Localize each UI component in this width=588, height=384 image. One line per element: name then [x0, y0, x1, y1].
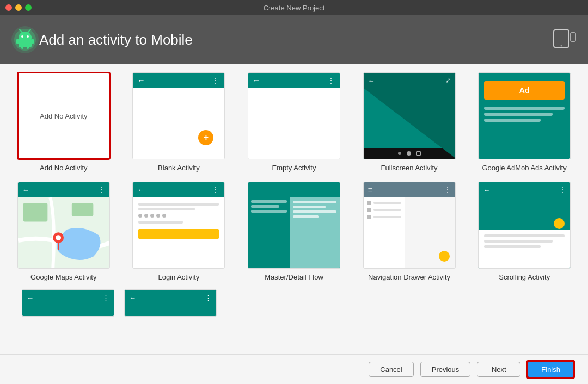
activity-card-master-detail[interactable]: Master/Detail Flow [241, 182, 347, 281]
no-activity-label-inner: Add No Activity [40, 112, 87, 120]
svg-point-4 [21, 35, 23, 38]
next-button[interactable]: Next [477, 362, 520, 377]
maps-card-label: Google Maps Activity [30, 273, 96, 281]
login-pw-underline [138, 221, 182, 224]
blank-fab-icon: + [198, 130, 213, 145]
nav-drawer-bar: ≡ ⋮ [364, 182, 455, 197]
login-teal-bar: ← ⋮ [133, 182, 224, 197]
partial-bar-2: ← ⋮ [125, 290, 216, 305]
partial-arrow-2: ← [129, 294, 136, 302]
blank-dots-icon: ⋮ [212, 76, 220, 85]
detail-line-4 [293, 215, 319, 218]
close-button[interactable] [5, 4, 12, 11]
header-title: Add an activity to Mobile [39, 32, 193, 48]
svg-rect-9 [21, 45, 23, 49]
fullscreen-card-label: Fullscreen Activity [381, 164, 438, 172]
maps-svg [18, 197, 109, 268]
blank-body: + [133, 88, 224, 159]
admob-line-2 [484, 113, 553, 116]
finish-button[interactable]: Finish [527, 361, 574, 378]
nav-drawer-dots-icon: ⋮ [444, 186, 451, 194]
previous-button[interactable]: Previous [420, 362, 471, 377]
fullscreen-thumbnail: ← ⤢ [363, 72, 456, 159]
maps-teal-bar: ← ⋮ [18, 182, 109, 197]
master-detail-thumbnail [248, 182, 340, 269]
scroll-line-3 [484, 245, 541, 248]
admob-lines [479, 102, 570, 129]
pw-dot-4 [156, 214, 160, 218]
header: A Add an activity to Mobile [0, 15, 588, 64]
empty-arrow-icon: ← [253, 76, 260, 85]
android-studio-logo: A [11, 26, 39, 54]
scrolling-lines [479, 230, 570, 268]
login-email-underline [138, 208, 195, 210]
master-item-1 [251, 200, 287, 203]
blank-teal-bar: ← ⋮ [133, 73, 224, 88]
admob-thumbnail: Ad [478, 72, 571, 159]
activity-grid-container: Add No Activity Add No Activity ← ⋮ + Bl… [0, 64, 588, 354]
fullscreen-arrow-icon: ← [368, 77, 375, 85]
login-thumbnail: ← ⋮ [132, 182, 225, 269]
scrolling-content-wrapper [479, 197, 570, 268]
svg-rect-10 [27, 45, 29, 49]
login-password-dots [138, 214, 219, 218]
svg-marker-18 [364, 88, 455, 158]
partial-dots-2: ⋮ [205, 294, 212, 302]
activity-card-empty[interactable]: ← ⋮ Empty Activity [241, 72, 347, 172]
detail-line-3 [293, 210, 336, 213]
svg-rect-17 [572, 34, 575, 40]
window-title: Create New Project [264, 4, 325, 12]
admob-ad-bar: Ad [484, 81, 565, 100]
fullscreen-top-bar: ← ⤢ [364, 73, 455, 88]
activity-card-nav-drawer[interactable]: ≡ ⋮ [357, 182, 462, 281]
activity-card-login[interactable]: ← ⋮ [126, 182, 232, 281]
fullscreen-diagonal-svg [364, 88, 455, 158]
maps-thumbnail: ← ⋮ [17, 182, 110, 269]
empty-thumbnail: ← ⋮ [248, 72, 340, 159]
login-body [133, 197, 224, 268]
minimize-button[interactable] [15, 4, 22, 11]
activity-card-fullscreen[interactable]: ← ⤢ Fullscreen Activity [357, 72, 462, 172]
cancel-button[interactable]: Cancel [369, 362, 413, 377]
svg-rect-21 [72, 203, 94, 216]
partial-card-2: ← ⋮ [124, 289, 217, 317]
activity-grid: Add No Activity Add No Activity ← ⋮ + Bl… [11, 72, 577, 281]
nav-item-3 [367, 215, 402, 219]
activity-card-admob[interactable]: Ad Google AdMob Ads Activity [471, 72, 577, 172]
nav-drawer-hamburger-icon: ≡ [368, 185, 372, 194]
admob-line-3 [484, 119, 541, 122]
no-activity-thumbnail: Add No Activity [17, 72, 110, 159]
empty-card-label: Empty Activity [272, 164, 316, 172]
svg-point-5 [27, 35, 29, 38]
svg-point-15 [561, 45, 562, 47]
pw-dot-1 [138, 214, 142, 218]
nav-line-2 [373, 209, 402, 211]
maximize-button[interactable] [25, 4, 32, 11]
scrolling-arrow-icon: ← [483, 186, 490, 194]
svg-rect-6 [19, 40, 32, 47]
pw-dot-3 [150, 214, 154, 218]
blank-card-label: Blank Activity [158, 164, 200, 172]
activity-card-blank[interactable]: ← ⋮ + Blank Activity [126, 72, 232, 172]
master-detail-body [248, 197, 340, 268]
partial-row: ← ⋮ ← ⋮ [11, 289, 577, 317]
master-detail-card-label: Master/Detail Flow [265, 273, 323, 281]
fullscreen-content [364, 88, 455, 148]
login-email-field [138, 203, 219, 206]
nav-item-1 [367, 201, 402, 205]
partial-dots-1: ⋮ [102, 294, 109, 302]
nav-item-2 [367, 208, 402, 212]
master-detail-bar [248, 182, 340, 197]
maps-body [18, 197, 109, 268]
master-detail-panel [290, 197, 340, 268]
activity-card-no-activity[interactable]: Add No Activity Add No Activity [11, 72, 117, 172]
detail-line-1 [293, 201, 336, 203]
svg-rect-14 [555, 32, 568, 45]
svg-rect-7 [16, 39, 19, 44]
no-activity-card-label: Add No Activity [40, 164, 87, 172]
scrolling-card-label: Scrolling Activity [499, 273, 550, 281]
scrolling-dots-icon: ⋮ [559, 186, 566, 194]
svg-rect-8 [31, 39, 34, 44]
activity-card-maps[interactable]: ← ⋮ [11, 182, 117, 281]
activity-card-scrolling[interactable]: ← ⋮ Scrolling Activity [471, 182, 577, 281]
